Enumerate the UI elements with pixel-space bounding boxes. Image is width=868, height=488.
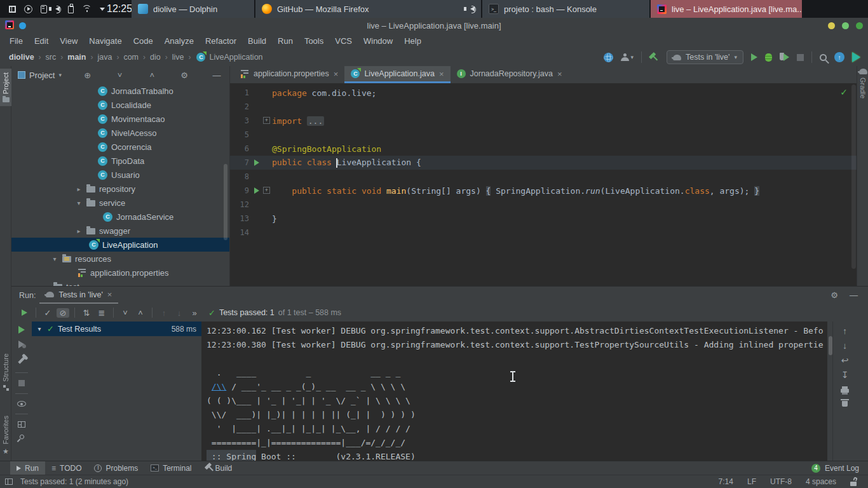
close-icon[interactable]: × (334, 69, 339, 79)
pin-tab-icon[interactable] (18, 434, 25, 440)
up-stacktrace-button[interactable]: ↑ (843, 327, 847, 336)
run-button[interactable] (751, 53, 757, 61)
fold-marker-icon[interactable]: + (263, 187, 270, 194)
tray-expand-icon[interactable] (100, 8, 105, 11)
toolwindow-problems-button[interactable]: !Problems (88, 461, 144, 475)
toolwindow-run-button[interactable]: Run (10, 461, 45, 475)
breadcrumb-src[interactable]: src (44, 53, 58, 62)
tree-item-selected[interactable]: CLiveApplication (11, 238, 229, 252)
chevron-down-icon[interactable]: ▾ (51, 255, 58, 262)
menu-window[interactable]: Window (358, 33, 398, 48)
toolbox-icon[interactable] (852, 52, 860, 62)
rerun-failed-tests-button[interactable] (18, 341, 25, 348)
menu-run[interactable]: Run (272, 33, 299, 48)
menu-code[interactable]: Code (128, 33, 159, 48)
toolwindow-terminal-button[interactable]: >_Terminal (144, 461, 198, 475)
show-passed-button[interactable]: ✓ (40, 308, 55, 318)
clock[interactable]: 12:25 (107, 0, 132, 18)
menu-view[interactable]: View (54, 33, 83, 48)
taskbar-task-firefox[interactable]: GitHub — Mozilla Firefox (255, 0, 481, 18)
test-settings-icon[interactable] (18, 356, 25, 363)
spring-initializr-icon[interactable] (604, 53, 613, 62)
rerun-tests-button[interactable] (17, 308, 32, 318)
search-everywhere-icon[interactable] (820, 54, 827, 61)
tree-item[interactable]: CTipoData (11, 154, 229, 168)
breadcrumb-diolive[interactable]: diolive (8, 53, 36, 62)
media-player-icon[interactable] (24, 5, 32, 13)
line-ending-widget[interactable]: LF (747, 477, 756, 486)
rerun-button[interactable] (18, 326, 25, 334)
collapse-all-button[interactable]: ˄ (146, 71, 158, 80)
menu-help[interactable]: Help (398, 33, 427, 48)
taskbar-task-dolphin[interactable]: diolive — Dolphin (132, 0, 254, 18)
run-method-gutter-icon[interactable] (254, 187, 259, 194)
breadcrumb-dio[interactable]: dio (149, 53, 162, 62)
tool-window-project-button[interactable]: Project (0, 69, 11, 106)
menu-build[interactable]: Build (242, 33, 272, 48)
tree-item[interactable]: ▸swagger (11, 224, 229, 238)
tree-scrollbar[interactable] (224, 164, 227, 240)
tree-item[interactable]: CJornadaTrabalho (11, 84, 229, 98)
debug-button[interactable] (765, 53, 772, 62)
hide-panel-icon[interactable]: — (850, 290, 858, 300)
tree-item[interactable]: COcorrencia (11, 140, 229, 154)
run-panel-settings-icon[interactable]: ⚙ (831, 290, 838, 300)
soft-wrap-button[interactable]: ↩ (841, 356, 849, 365)
test-results-row[interactable]: ▾ ✓ Test Results 588 ms (32, 322, 201, 336)
stop-button[interactable] (797, 54, 804, 61)
taskbar-task-konsole[interactable]: >_ projeto : bash — Konsole (482, 0, 649, 18)
caret-position-widget[interactable]: 7:14 (719, 477, 733, 486)
close-icon[interactable]: × (557, 69, 562, 79)
tree-item[interactable]: CJornadaService (11, 210, 229, 224)
tree-item[interactable]: CMovimentacao (11, 112, 229, 126)
update-icon[interactable]: ↑ (834, 52, 844, 62)
next-occurrence-button[interactable]: ↓ (172, 308, 187, 318)
panel-settings-button[interactable]: ⚙ (178, 71, 191, 80)
down-stacktrace-button[interactable]: ↓ (843, 341, 847, 350)
tool-window-favorites-button[interactable]: Favorites ★ (0, 412, 11, 459)
indent-widget[interactable]: 4 spaces (806, 477, 836, 486)
tree-item[interactable]: CUsuario (11, 168, 229, 182)
tree-item[interactable]: ▸repository (11, 182, 229, 196)
fold-marker-icon[interactable]: + (263, 117, 270, 124)
more-actions-button[interactable]: » (187, 308, 202, 318)
expand-all-button[interactable]: ˅ (118, 308, 133, 318)
close-icon[interactable]: × (107, 290, 112, 299)
run-configuration-select[interactable]: Tests in 'live' ▾ (667, 50, 743, 64)
locate-file-button[interactable]: ⊕ (81, 71, 94, 80)
toolwindow-toggle-icon[interactable] (5, 478, 13, 485)
chevron-down-icon[interactable]: ▾ (75, 200, 83, 207)
clipboard-icon[interactable] (41, 5, 47, 13)
tree-item[interactable]: ▾resources (11, 252, 229, 266)
editor-area[interactable]: application.properties × C LiveApplicati… (230, 66, 857, 286)
close-button[interactable] (856, 22, 863, 29)
toolwindow-todo-button[interactable]: ≡TODO (45, 461, 88, 475)
taskbar-task-intellij[interactable]: live – LiveApplication.java [live.ma... (651, 0, 802, 18)
run-tab-tests-in-live[interactable]: Tests in 'live' × (39, 287, 118, 304)
tree-item[interactable]: ▸test (11, 280, 229, 286)
tree-item[interactable]: application.properties (11, 266, 229, 280)
minimize-button[interactable] (828, 22, 835, 29)
tab-liveapplication-java[interactable]: C LiveApplication.java × (344, 66, 450, 83)
toolwindow-build-button[interactable]: Build (198, 461, 239, 475)
menu-analyze[interactable]: Analyze (159, 33, 200, 48)
print-icon[interactable] (841, 389, 849, 393)
chevron-right-icon[interactable]: ▸ (75, 186, 83, 193)
close-icon[interactable]: × (439, 69, 444, 79)
volume-icon[interactable] (55, 6, 60, 11)
unlock-icon[interactable] (850, 477, 858, 486)
breadcrumb-com[interactable]: com (122, 53, 140, 62)
chevron-down-icon[interactable]: ▾ (36, 325, 43, 332)
previous-occurrence-button[interactable]: ↑ (156, 308, 172, 318)
chevron-right-icon[interactable]: ▸ (75, 227, 83, 234)
tab-jornadarepository-java[interactable]: I JornadaRepository.java × (451, 66, 569, 83)
menu-edit[interactable]: Edit (29, 33, 54, 48)
show-ignored-button[interactable]: ⊘ (57, 308, 69, 318)
inspection-ok-icon[interactable]: ✓ (840, 87, 848, 97)
breadcrumb-live[interactable]: live (171, 53, 186, 62)
breadcrumb-leaf[interactable]: LiveApplication (208, 53, 264, 62)
tool-window-gradle-button[interactable]: Gradle (857, 69, 868, 98)
menu-file[interactable]: File (4, 33, 29, 48)
editor-scrollbar[interactable] (851, 85, 856, 269)
menu-navigate[interactable]: Navigate (83, 33, 127, 48)
